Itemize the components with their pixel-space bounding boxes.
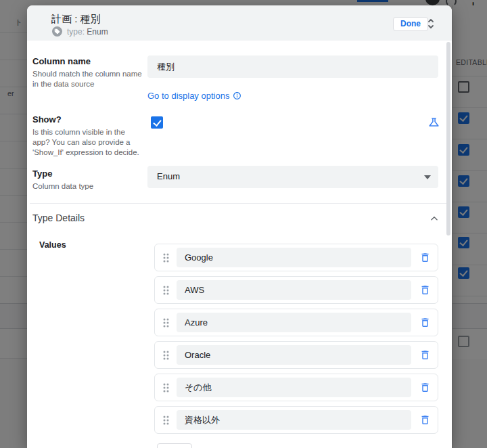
delete-value-icon[interactable] <box>419 382 431 393</box>
column-name-input[interactable] <box>147 55 438 78</box>
add-value-button-partial[interactable] <box>157 443 192 448</box>
enum-tag-icon <box>52 26 62 37</box>
type-label-group: Type Column data type <box>32 169 144 192</box>
section-divider <box>30 203 446 204</box>
screen: + ト er 格管理 EDITABLE = <box>0 0 487 448</box>
enum-value-row <box>154 341 438 369</box>
column-name-label: Column name <box>32 56 144 66</box>
show-label: Show? <box>32 114 144 125</box>
type-dropdown[interactable]: Enum <box>147 166 438 188</box>
type-desc: Column data type <box>32 181 144 192</box>
go-to-display-options-link[interactable]: Go to display options <box>147 91 241 101</box>
collapse-chevron-icon[interactable] <box>430 214 439 223</box>
column-name-label-group: Column name Should match the column name… <box>32 56 144 89</box>
drag-handle-icon[interactable] <box>162 382 170 394</box>
drag-handle-icon[interactable] <box>162 284 170 296</box>
enum-value-input[interactable] <box>177 280 411 300</box>
drag-handle-icon[interactable] <box>162 414 170 426</box>
enum-value-input[interactable] <box>177 313 411 332</box>
drag-handle-icon[interactable] <box>162 349 170 361</box>
dialog-header: 計画 : 種別 type: Enum Done <box>27 5 452 41</box>
dialog-scrollbar[interactable] <box>446 42 450 236</box>
expression-flask-icon[interactable] <box>427 116 440 129</box>
delete-value-icon[interactable] <box>419 317 431 328</box>
unfold-icon[interactable] <box>425 18 436 30</box>
show-checkbox[interactable] <box>151 116 163 129</box>
delete-value-icon[interactable] <box>419 252 431 263</box>
info-icon <box>233 91 241 100</box>
dialog-title: 計画 : 種別 <box>51 13 101 26</box>
column-name-desc: Should match the column name in the data… <box>32 69 144 89</box>
values-label: Values <box>39 240 66 250</box>
type-details-header: Type Details <box>32 212 85 223</box>
dialog-subtitle: type: Enum <box>67 27 108 37</box>
enum-values-list <box>154 244 438 439</box>
delete-value-icon[interactable] <box>419 284 431 296</box>
enum-value-input[interactable] <box>177 378 411 397</box>
enum-value-input[interactable] <box>177 248 411 267</box>
enum-value-row <box>154 276 438 304</box>
enum-value-input[interactable] <box>177 410 411 430</box>
show-desc: Is this column visible in the app? You c… <box>32 127 144 158</box>
delete-value-icon[interactable] <box>419 414 431 426</box>
drag-handle-icon[interactable] <box>162 317 170 329</box>
dropdown-caret-icon <box>424 175 431 179</box>
enum-value-row <box>154 309 438 336</box>
enum-value-input[interactable] <box>177 345 411 365</box>
enum-value-row <box>154 374 438 401</box>
drag-handle-icon[interactable] <box>162 252 170 264</box>
done-button[interactable]: Done <box>393 17 428 31</box>
show-label-group: Show? Is this column visible in the app?… <box>32 114 144 158</box>
type-label: Type <box>32 169 144 179</box>
enum-value-row <box>154 406 438 434</box>
delete-value-icon[interactable] <box>419 349 431 361</box>
enum-value-row <box>154 244 438 271</box>
type-dropdown-value: Enum <box>157 171 180 181</box>
column-editor-dialog: 計画 : 種別 type: Enum Done Column name Shou… <box>27 5 452 448</box>
